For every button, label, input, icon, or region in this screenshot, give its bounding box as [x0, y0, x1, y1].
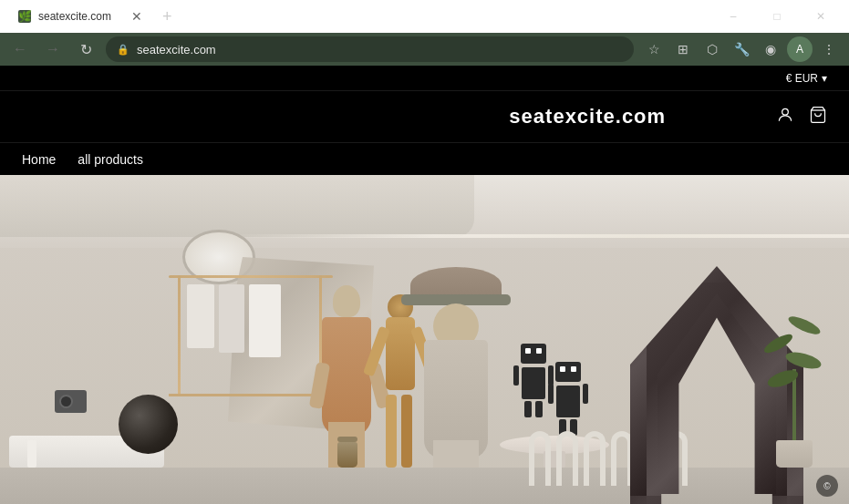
rack-left-pole	[178, 275, 181, 394]
reload-button[interactable]: ↻	[73, 36, 98, 62]
profile-icon[interactable]: A	[787, 36, 813, 62]
robot2-body	[556, 386, 580, 417]
site-nav: Home all products	[0, 142, 849, 175]
vase	[337, 442, 357, 468]
robot-eye-2-l	[560, 366, 565, 372]
tab-title: seatexcite.com	[38, 10, 111, 23]
window-controls: – □ ✕	[712, 3, 842, 30]
mannequin-with-hat	[419, 267, 492, 468]
ceiling	[0, 175, 849, 248]
address-text: seatexcite.com	[137, 43, 216, 57]
robot2-arm-r	[583, 384, 588, 404]
forward-button[interactable]: →	[40, 36, 66, 62]
ceiling-beam	[0, 175, 474, 237]
robot-arm-r	[548, 365, 554, 386]
account-icon[interactable]	[776, 106, 794, 129]
website: € EUR ▾ seatexcite.com Home	[0, 66, 849, 504]
extensions-icon[interactable]: ⊞	[670, 36, 696, 62]
currency-selector[interactable]: € EUR ▾	[786, 72, 827, 85]
rack-horizontal-pole	[169, 275, 333, 278]
mannequin-head	[333, 285, 360, 317]
mannequin-dress	[322, 317, 371, 436]
active-tab[interactable]: 🌿 seatexcite.com ✕	[7, 3, 153, 30]
currency-label: € EUR	[786, 72, 818, 85]
address-input[interactable]: 🔒 seatexcite.com	[106, 36, 634, 62]
store-scene: ©	[0, 175, 849, 504]
maximize-button[interactable]: □	[756, 3, 798, 30]
wm-left-leg	[386, 395, 397, 468]
robot-toys	[520, 344, 582, 436]
robot-eye-r	[536, 348, 542, 354]
tab-favicon: 🌿	[18, 10, 31, 23]
site-header: seatexcite.com	[0, 91, 849, 142]
robot-head-1	[521, 344, 546, 364]
tab-bar: 🌿 seatexcite.com ✕ + – □ ✕	[0, 0, 849, 33]
browser-window: 🌿 seatexcite.com ✕ + – □ ✕ ← → ↻ 🔒 seate…	[0, 0, 849, 66]
robot2-arm-l	[548, 384, 554, 404]
robot-body	[522, 367, 545, 399]
robot-arm-l	[513, 365, 519, 386]
browser-action-3[interactable]: ◉	[758, 36, 783, 62]
robot-leg-l	[524, 401, 532, 417]
minimize-button[interactable]: –	[712, 3, 754, 30]
menu-icon[interactable]: ⋮	[816, 36, 842, 62]
arch-2	[556, 431, 578, 486]
cart-icon[interactable]	[809, 106, 827, 129]
tab-close-button[interactable]: ✕	[131, 10, 142, 23]
site-topbar: € EUR ▾	[0, 66, 849, 91]
browser-action-2[interactable]: 🔧	[729, 36, 754, 62]
currency-chevron-icon: ▾	[822, 72, 827, 85]
close-button[interactable]: ✕	[800, 3, 842, 30]
camera-prop	[55, 390, 87, 413]
robot-eye-2-r	[571, 366, 576, 372]
wm-right-leg	[401, 395, 412, 468]
robot-head-2	[555, 362, 581, 382]
bench-leg	[27, 440, 36, 468]
watermark: ©	[816, 475, 838, 497]
arch-3	[584, 431, 606, 486]
back-button[interactable]: ←	[7, 36, 33, 62]
toolbar-icons: ☆ ⊞ ⬡ 🔧 ◉ A ⋮	[641, 36, 842, 62]
bookmark-icon[interactable]: ☆	[641, 36, 667, 62]
browser-action-1[interactable]: ⬡	[699, 36, 725, 62]
nav-link-all-products[interactable]: all products	[78, 152, 143, 167]
plant-pot	[776, 440, 813, 468]
robot-toy-2	[554, 362, 582, 436]
ceiling-light-strip	[228, 234, 849, 238]
new-tab-button[interactable]: +	[157, 7, 178, 26]
garment-1	[187, 284, 214, 348]
hero-section: ©	[0, 175, 849, 504]
vase-group	[337, 437, 357, 468]
robot-eye-l	[525, 348, 531, 354]
robot-legs	[524, 401, 543, 417]
nav-link-home[interactable]: Home	[22, 152, 56, 167]
site-logo[interactable]: seatexcite.com	[399, 105, 777, 129]
arch-1	[529, 431, 551, 486]
header-icons	[776, 106, 827, 129]
svg-point-0	[782, 108, 789, 115]
wooden-mannequin	[378, 294, 424, 468]
robot-leg-r	[535, 401, 543, 417]
mh-legs	[433, 440, 479, 468]
camera-lens	[59, 395, 73, 408]
wm-body	[386, 317, 415, 390]
garment-2	[219, 284, 244, 353]
lock-icon: 🔒	[117, 44, 129, 56]
address-bar: ← → ↻ 🔒 seatexcite.com ☆ ⊞ ⬡ 🔧 ◉ A ⋮	[0, 33, 849, 66]
robot-eyes-1	[521, 344, 546, 354]
robot-eyes-2	[555, 362, 581, 372]
robot-toy-1	[520, 344, 547, 436]
garment-3	[249, 284, 281, 357]
